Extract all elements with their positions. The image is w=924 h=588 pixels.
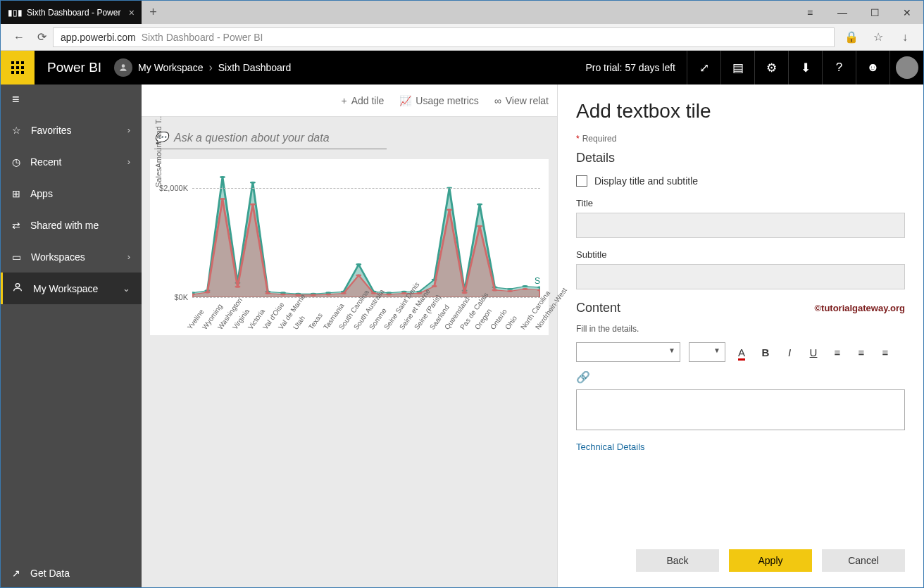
refresh-button[interactable]: ⟳	[30, 30, 53, 44]
settings-icon[interactable]: ⚙	[754, 51, 788, 85]
font-color-button[interactable]: A	[734, 346, 749, 358]
sidebar-item-favorites[interactable]: ☆ Favorites ›	[1, 114, 142, 146]
sidebar-item-apps[interactable]: ⊞ Apps	[1, 177, 142, 209]
app-launcher[interactable]	[1, 51, 35, 85]
align-left-button[interactable]: ≡	[830, 346, 845, 358]
url-path: Sixth Dashboard - Power BI	[142, 32, 263, 43]
format-toolbar: A B I U ≡ ≡ ≡	[576, 342, 905, 362]
breadcrumb-item[interactable]: Sixth Dashboard	[218, 62, 292, 73]
align-center-button[interactable]: ≡	[854, 346, 869, 358]
url-input[interactable]: app.powerbi.com Sixth Dashboard - Power …	[53, 27, 835, 47]
svg-point-48	[523, 288, 528, 290]
fullscreen-icon[interactable]: ⤢	[687, 51, 720, 85]
subtitle-label: Subtitle	[576, 249, 905, 260]
sidebar-item-recent[interactable]: ◷ Recent ›	[1, 146, 142, 177]
qa-placeholder: Ask a question about your data	[174, 132, 330, 144]
svg-point-23	[507, 288, 513, 290]
usage-metrics-button[interactable]: 📈Usage metrics	[399, 95, 478, 106]
sidebar: ≡ ☆ Favorites › ◷ Recent › ⊞ Apps ⇄ Shar…	[1, 85, 142, 588]
sidebar-item-my-workspace[interactable]: My Workspace ⌄	[1, 273, 142, 304]
person-icon	[12, 282, 23, 295]
chevron-right-icon: ›	[127, 125, 130, 135]
cancel-button[interactable]: Cancel	[822, 549, 905, 572]
new-tab-button[interactable]: +	[142, 1, 165, 24]
hamburger-icon[interactable]: ≡	[1, 85, 142, 114]
italic-button[interactable]: I	[782, 346, 797, 358]
sidebar-item-get-data[interactable]: ↗ Get Data	[1, 557, 142, 588]
chart-tile[interactable]: SalesAmount and T.. $2,000K$0K YvelineWy…	[150, 159, 549, 335]
content-heading: Content	[576, 301, 620, 315]
close-icon[interactable]: ×	[129, 7, 135, 18]
content-editor[interactable]	[576, 389, 905, 430]
chevron-right-icon: ›	[208, 61, 212, 74]
qa-input[interactable]: 💬 Ask a question about your data	[154, 127, 387, 149]
workspaces-icon: ▭	[12, 251, 21, 263]
breadcrumb-workspace[interactable]: My Workspace	[138, 62, 203, 73]
svg-point-4	[220, 176, 225, 178]
download-icon[interactable]: ↓	[894, 30, 916, 44]
svg-point-42	[432, 285, 437, 287]
plus-icon: +	[341, 95, 346, 106]
technical-details-link[interactable]: Technical Details	[576, 442, 905, 452]
maximize-button[interactable]: ☐	[859, 1, 891, 24]
svg-point-29	[235, 286, 240, 288]
bold-button[interactable]: B	[758, 346, 773, 358]
main-content: +Add tile 📈Usage metrics ∞View relat 💬 A…	[142, 85, 557, 588]
sidebar-item-label: Get Data	[30, 568, 70, 579]
x-axis-labels: YvelineWyomingWashingtonVirginiaVictoria…	[192, 297, 540, 331]
back-button[interactable]: ←	[8, 31, 30, 44]
address-bar: ← ⟳ app.powerbi.com Sixth Dashboard - Po…	[1, 24, 923, 51]
menu-icon[interactable]: ≡	[794, 1, 826, 24]
add-tile-panel: Add textbox tile *Required Details Displ…	[557, 85, 923, 588]
feedback-icon[interactable]: ☻	[856, 51, 889, 85]
checkbox-icon[interactable]	[576, 175, 587, 187]
user-avatar[interactable]	[889, 51, 923, 85]
sidebar-item-workspaces[interactable]: ▭ Workspaces ›	[1, 241, 142, 273]
lock-icon[interactable]: 🔒	[840, 30, 863, 44]
share-icon: ⇄	[12, 220, 20, 231]
add-tile-button[interactable]: +Add tile	[341, 95, 384, 106]
svg-point-32	[280, 294, 286, 296]
svg-point-0	[122, 64, 125, 68]
sidebar-item-label: Apps	[30, 188, 53, 199]
sidebar-item-label: My Workspace	[33, 283, 98, 294]
browser-tab[interactable]: ▮▯▮ Sixth Dashboard - Power ×	[1, 1, 142, 24]
y-axis-label: SalesAmount and T..	[154, 116, 163, 187]
svg-point-28	[220, 198, 225, 200]
trial-status: Pro trial: 57 days left	[574, 62, 687, 73]
tab-title: Sixth Dashboard - Power	[27, 8, 120, 18]
minimize-button[interactable]: —	[826, 1, 859, 24]
svg-point-39	[386, 294, 392, 296]
svg-point-21	[477, 204, 482, 206]
download-icon[interactable]: ⬇	[788, 51, 822, 85]
bar-chart-icon: ▮▯▮	[8, 8, 23, 18]
svg-point-13	[356, 263, 361, 265]
svg-point-27	[205, 292, 211, 294]
star-icon: ☆	[12, 125, 21, 136]
sidebar-item-label: Shared with me	[30, 220, 99, 231]
svg-point-34	[311, 294, 316, 296]
url-host: app.powerbi.com	[61, 32, 136, 43]
apply-button[interactable]: Apply	[729, 549, 812, 572]
related-icon: ∞	[494, 95, 501, 106]
app-name: Power BI	[47, 60, 101, 75]
underline-button[interactable]: U	[806, 346, 821, 358]
close-button[interactable]: ✕	[891, 1, 923, 24]
help-icon[interactable]: ?	[822, 51, 856, 85]
subtitle-input[interactable]	[576, 264, 905, 289]
person-icon	[114, 58, 132, 77]
display-title-checkbox-row[interactable]: Display title and subtitle	[576, 175, 905, 187]
svg-point-1	[15, 284, 19, 287]
view-related-button[interactable]: ∞View relat	[494, 95, 549, 106]
back-button[interactable]: Back	[636, 549, 719, 572]
dashboard-toolbar: +Add tile 📈Usage metrics ∞View relat	[142, 85, 557, 117]
sidebar-item-shared[interactable]: ⇄ Shared with me	[1, 209, 142, 241]
font-size-select[interactable]	[689, 342, 725, 362]
favorite-icon[interactable]: ☆	[867, 30, 889, 44]
font-family-select[interactable]	[576, 342, 680, 362]
notifications-icon[interactable]: ▤	[720, 51, 754, 85]
title-input[interactable]	[576, 213, 905, 238]
align-right-button[interactable]: ≡	[878, 346, 893, 358]
link-button[interactable]: 🔗	[576, 370, 905, 384]
sidebar-item-label: Recent	[30, 156, 61, 168]
